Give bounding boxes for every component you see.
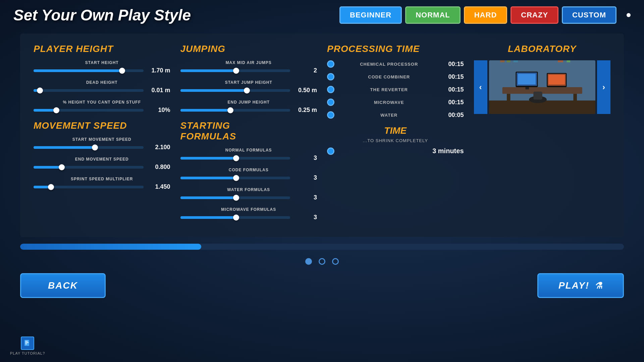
max-mid-air-thumb[interactable] [233, 68, 239, 74]
section-movement-speed: Movement Speed START MOVEMENT SPEED 2.10… [34, 120, 170, 190]
page-dot-3[interactable] [332, 258, 339, 265]
normal-formulas-thumb[interactable] [233, 155, 239, 161]
sprint-track[interactable] [34, 186, 144, 188]
normal-formulas-value: 3 [293, 155, 317, 162]
microwave-formulas-thumb[interactable] [233, 215, 239, 221]
svg-rect-15 [506, 60, 510, 62]
proc-toggle-reverter[interactable] [327, 86, 334, 93]
difficulty-beginner[interactable]: BEGINNER [339, 6, 402, 24]
end-move-thumb[interactable] [59, 164, 65, 170]
end-move-track[interactable] [34, 166, 144, 169]
normal-formulas-track[interactable] [180, 157, 290, 160]
start-height-thumb[interactable] [119, 68, 125, 74]
dead-height-label: DEAD HEIGHT [34, 80, 170, 85]
time-toggle[interactable] [327, 147, 334, 155]
proc-toggle-code-combiner[interactable] [327, 73, 334, 80]
end-jump-row: 0.25 m [180, 107, 317, 114]
lab-next-button[interactable]: › [597, 60, 610, 114]
difficulty-buttons: BEGINNER NORMAL HARD CRAZY CUSTOM [339, 6, 616, 24]
difficulty-normal[interactable]: NORMAL [405, 6, 461, 24]
start-jump-label: START JUMP HEIGHT [180, 80, 317, 85]
time-title: TIME [327, 125, 464, 136]
time-subtitle: ...TO SHRINK COMPLETELY [327, 138, 464, 143]
code-formulas-track[interactable] [180, 177, 290, 179]
microwave-formulas-label: MICROWAVE FORMULAS [180, 207, 317, 212]
difficulty-custom[interactable]: CUSTOM [562, 6, 616, 24]
svg-rect-19 [567, 60, 570, 62]
difficulty-crazy[interactable]: CRAZY [511, 6, 558, 24]
time-value: 3 minutes [432, 147, 464, 155]
pct-height-section: % HEIGHT YOU CANT OPEN STUFF 10% [34, 100, 170, 114]
proc-toggle-water[interactable] [327, 111, 334, 119]
page-dot-1[interactable] [305, 258, 312, 265]
start-move-section: START MOVEMENT SPEED 2.100 [34, 137, 170, 151]
svg-rect-26 [29, 340, 31, 346]
start-height-row: 1.70 m [34, 67, 170, 74]
svg-rect-12 [548, 75, 565, 84]
pct-height-label: % HEIGHT YOU CANT OPEN STUFF [34, 100, 170, 105]
svg-rect-16 [513, 60, 518, 62]
start-move-track[interactable] [34, 146, 144, 149]
laboratory-title: Laboratory [474, 44, 611, 54]
pct-height-fill [34, 109, 56, 112]
max-mid-air-row: 2 [180, 67, 317, 74]
microwave-formulas-row: 3 [180, 214, 317, 221]
tutorial-label: PLAY TUTORIAL? [10, 351, 45, 355]
proc-item-water: WATER 00:05 [327, 111, 464, 119]
section-player-height: Player Height START HEIGHT 1.70 m DEAD H… [34, 44, 170, 114]
end-jump-thumb[interactable] [227, 107, 233, 113]
pct-height-thumb[interactable] [53, 107, 59, 113]
progress-bar-container [0, 240, 644, 253]
play-button[interactable]: PLAY! ⚗ [537, 273, 624, 298]
difficulty-hard[interactable]: HARD [464, 6, 507, 24]
water-formulas-section: WATER FORMULAS 3 [180, 187, 317, 201]
tutorial-icon [21, 337, 34, 350]
page-dots [0, 253, 644, 270]
pct-height-track[interactable] [34, 109, 144, 112]
start-jump-row: 0.50 m [180, 87, 317, 94]
max-mid-air-fill [180, 69, 235, 72]
page-dot-2[interactable] [319, 258, 325, 265]
start-jump-thumb[interactable] [244, 87, 250, 94]
back-button[interactable]: BACK [20, 273, 106, 298]
sprint-thumb[interactable] [48, 184, 54, 190]
column-processing-time: Processing Time CHEMICAL PROCESSOR 00:15… [327, 44, 464, 227]
pct-height-row: 10% [34, 107, 170, 114]
code-formulas-thumb[interactable] [233, 175, 239, 181]
proc-time-microwave: 00:15 [444, 99, 464, 106]
max-mid-air-track[interactable] [180, 69, 290, 72]
proc-item-reverter: THE REVERTER 00:15 [327, 86, 464, 93]
water-formulas-track[interactable] [180, 196, 290, 199]
proc-item-chemical: CHEMICAL PROCESSOR 00:15 [327, 60, 464, 68]
tutorial-button[interactable]: PLAY TUTORIAL? [10, 337, 45, 355]
end-move-value: 0.800 [147, 164, 170, 171]
start-height-value: 1.70 m [147, 67, 170, 74]
dead-height-row: 0.01 m [34, 87, 170, 94]
start-height-fill [34, 69, 121, 72]
code-formulas-row: 3 [180, 174, 317, 181]
header: Set Your Own Play Style BEGINNER NORMAL … [0, 0, 644, 30]
proc-time-reverter: 00:15 [444, 86, 464, 93]
code-formulas-fill [180, 177, 235, 179]
svg-rect-5 [573, 94, 577, 103]
dead-height-thumb[interactable] [37, 87, 43, 94]
start-height-track[interactable] [34, 69, 144, 72]
svg-rect-21 [533, 92, 542, 100]
svg-rect-18 [558, 60, 563, 62]
end-move-fill [34, 166, 61, 169]
start-move-thumb[interactable] [92, 144, 98, 150]
water-formulas-thumb[interactable] [233, 195, 239, 201]
proc-time-chemical: 00:15 [444, 61, 464, 68]
end-jump-fill [180, 109, 230, 112]
start-jump-track[interactable] [180, 89, 290, 92]
proc-toggle-chemical[interactable] [327, 60, 334, 68]
dead-height-track[interactable] [34, 89, 144, 92]
microwave-formulas-track[interactable] [180, 216, 290, 219]
svg-rect-8 [518, 74, 535, 84]
proc-toggle-microwave[interactable] [327, 99, 334, 106]
lab-svg [489, 60, 596, 114]
max-mid-air-value: 2 [293, 67, 317, 74]
lab-prev-button[interactable]: ‹ [474, 60, 487, 114]
progress-fill [20, 244, 201, 250]
end-jump-track[interactable] [180, 109, 290, 112]
